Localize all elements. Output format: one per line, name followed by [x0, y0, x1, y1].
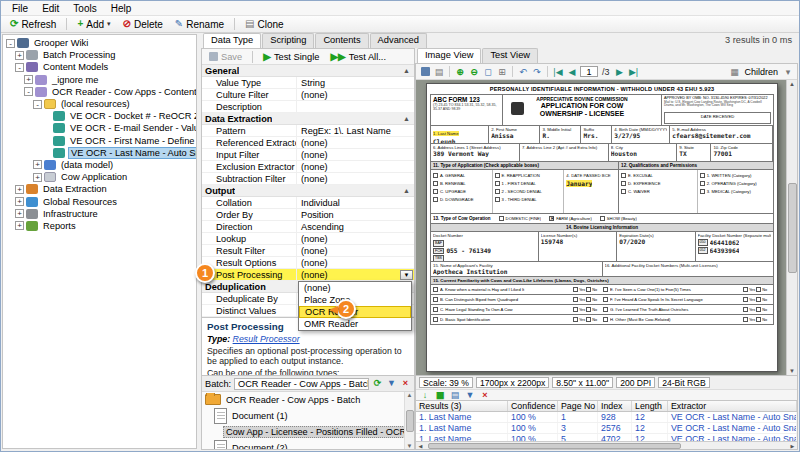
- results-column-header[interactable]: Results (3): [416, 401, 508, 411]
- batch-close-icon[interactable]: ×: [400, 378, 411, 389]
- results-column-header[interactable]: Index: [598, 401, 632, 411]
- tree-node[interactable]: + _ignore me: [3, 74, 196, 86]
- dropdown-option[interactable]: OMR Reader: [299, 318, 411, 330]
- tree-node[interactable]: - (local resources): [3, 98, 196, 110]
- scroll-thumb[interactable]: [428, 443, 681, 449]
- first-page-icon[interactable]: |◀: [552, 66, 564, 78]
- copy-image-icon[interactable]: ▤: [433, 66, 445, 78]
- scroll-up-icon[interactable]: ▲: [789, 81, 795, 87]
- property-tab[interactable]: Contents: [315, 33, 368, 48]
- save-image-icon[interactable]: [419, 66, 431, 78]
- tree-expander-icon[interactable]: -: [6, 39, 15, 48]
- test-all-button[interactable]: ▶▶Test All...: [326, 52, 390, 62]
- category-collapse-icon[interactable]: ▲: [403, 67, 410, 74]
- property-value[interactable]: (none): [297, 173, 414, 184]
- page-number-input[interactable]: 1: [580, 66, 598, 77]
- results-column-header[interactable]: Length: [632, 401, 668, 411]
- tree-expander-icon[interactable]: +: [15, 221, 24, 230]
- zoom-in-icon[interactable]: ⊕: [454, 66, 466, 78]
- result-row[interactable]: 1. Last Name 100 % 3 2576 12 VE OCR - La…: [416, 423, 797, 434]
- tree-expander-icon[interactable]: +: [24, 75, 33, 84]
- tree-node[interactable]: VE OCR - First Name - Define Region: [3, 135, 196, 147]
- tree-expander-icon[interactable]: +: [15, 185, 24, 194]
- test-single-button[interactable]: ▶Test Single: [259, 52, 323, 62]
- property-value[interactable]: RegEx: 1\. Last Name: [297, 125, 414, 136]
- viewer-vertical-scrollbar[interactable]: ▲▼: [786, 80, 797, 375]
- children-caret-icon[interactable]: ▾: [782, 66, 794, 78]
- dropdown-button[interactable]: ▼: [400, 270, 413, 280]
- refresh-button[interactable]: ⟳Refresh: [5, 18, 61, 31]
- tree-node[interactable]: - Content Models: [3, 61, 196, 73]
- property-value[interactable]: (none): [297, 269, 414, 280]
- scale-box[interactable]: Scale: 39 %: [419, 377, 473, 388]
- tree-expander-icon[interactable]: +: [15, 51, 24, 60]
- tree-expander-icon[interactable]: +: [33, 173, 42, 182]
- batch-item[interactable]: OCR Reader - Cow Apps - Batch: [202, 393, 404, 406]
- results-column-header[interactable]: Confidence: [508, 401, 558, 411]
- tree-node[interactable]: - Grooper Wiki: [3, 37, 196, 49]
- property-value[interactable]: (none): [297, 233, 414, 244]
- property-value[interactable]: Individual: [297, 197, 414, 208]
- scroll-thumb[interactable]: [406, 410, 414, 432]
- menu-item[interactable]: Edit: [35, 2, 66, 15]
- tree-node[interactable]: VE OCR - E-mail Sender - Value Extractor: [3, 122, 196, 134]
- save-button[interactable]: Save: [205, 52, 246, 62]
- property-tab[interactable]: Scripting: [262, 33, 314, 48]
- prev-page-icon[interactable]: ◀: [566, 66, 578, 78]
- batch-selector[interactable]: OCR Reader - Cow Apps - Batch: [234, 378, 369, 390]
- rotate-right-icon[interactable]: ↷: [531, 66, 543, 78]
- batch-item[interactable]: Document (1): [202, 406, 404, 425]
- category-collapse-icon[interactable]: ▲: [403, 115, 410, 122]
- tree-node[interactable]: + Data Extraction: [3, 183, 196, 195]
- dropdown-option[interactable]: (none): [299, 282, 411, 294]
- image-viewer[interactable]: PERSONALLY IDENTIFIABLE INFORMATION - WI…: [416, 80, 797, 375]
- scroll-down-icon[interactable]: ▼: [407, 443, 413, 449]
- property-tab[interactable]: Data Type: [203, 33, 261, 48]
- result-processor-link[interactable]: Result Processor: [233, 334, 300, 344]
- property-value[interactable]: (none): [297, 89, 414, 100]
- delete-button[interactable]: ⊘Delete: [118, 18, 168, 31]
- property-value[interactable]: (none): [297, 257, 414, 268]
- viewer-tab[interactable]: Test View: [482, 48, 538, 63]
- document-page[interactable]: PERSONALLY IDENTIFIABLE INFORMATION - WI…: [426, 83, 778, 372]
- viewer-tab[interactable]: Image View: [417, 48, 481, 63]
- batch-refresh-icon[interactable]: ⟳: [372, 378, 383, 389]
- menu-item[interactable]: Help: [104, 2, 139, 15]
- tree-expander-icon[interactable]: +: [33, 160, 42, 169]
- tree-expander-icon[interactable]: +: [15, 209, 24, 218]
- scroll-left-icon[interactable]: ◀: [416, 443, 425, 449]
- last-page-icon[interactable]: ▶|: [628, 66, 640, 78]
- scroll-down-icon[interactable]: ▼: [789, 368, 795, 374]
- property-value[interactable]: String: [297, 77, 414, 88]
- scroll-up-icon[interactable]: ▲: [407, 392, 413, 398]
- tree-expander-icon[interactable]: +: [15, 197, 24, 206]
- add-button[interactable]: +Add▾: [72, 18, 115, 31]
- next-page-icon[interactable]: ▶: [614, 66, 626, 78]
- tree-expander-icon[interactable]: -: [33, 100, 42, 109]
- rotate-left-icon[interactable]: ↶: [517, 66, 529, 78]
- tree-expander-icon[interactable]: -: [15, 63, 24, 72]
- tree-node[interactable]: VE OCR - Docket # - ReOCR Zone: [3, 110, 196, 122]
- result-row[interactable]: 1. Last Name 100 % 1 928 12 VE OCR - Las…: [416, 412, 797, 423]
- results-column-header[interactable]: Extractor: [668, 401, 797, 411]
- property-value[interactable]: [297, 101, 414, 112]
- tree-node[interactable]: + Global Resources: [3, 195, 196, 207]
- menu-item[interactable]: File: [5, 2, 35, 15]
- property-value[interactable]: (none): [297, 137, 414, 148]
- scroll-track[interactable]: [426, 443, 787, 449]
- menu-item[interactable]: Tools: [66, 2, 103, 15]
- batch-scrollbar[interactable]: ▲▼: [404, 392, 414, 449]
- tree-node[interactable]: + (data model): [3, 159, 196, 171]
- viewer-horizontal-scrollbar[interactable]: ◀ ▶: [416, 441, 797, 449]
- property-value[interactable]: Position: [297, 209, 414, 220]
- batch-filter-icon[interactable]: ▼: [386, 378, 397, 389]
- property-value[interactable]: (none): [297, 161, 414, 172]
- tree-node[interactable]: + Batch Processing: [3, 49, 196, 61]
- tree-node[interactable]: - OCR Reader - Cow Apps - Content Model: [3, 86, 196, 98]
- children-select[interactable]: Children: [742, 67, 780, 77]
- tree-node[interactable]: + Reports: [3, 220, 196, 232]
- rename-button[interactable]: ✎Rename: [170, 18, 229, 31]
- tree-expander-icon[interactable]: -: [24, 87, 33, 96]
- zoom-out-icon[interactable]: ⊖: [468, 66, 480, 78]
- tree-node[interactable]: + Infrastructure: [3, 208, 196, 220]
